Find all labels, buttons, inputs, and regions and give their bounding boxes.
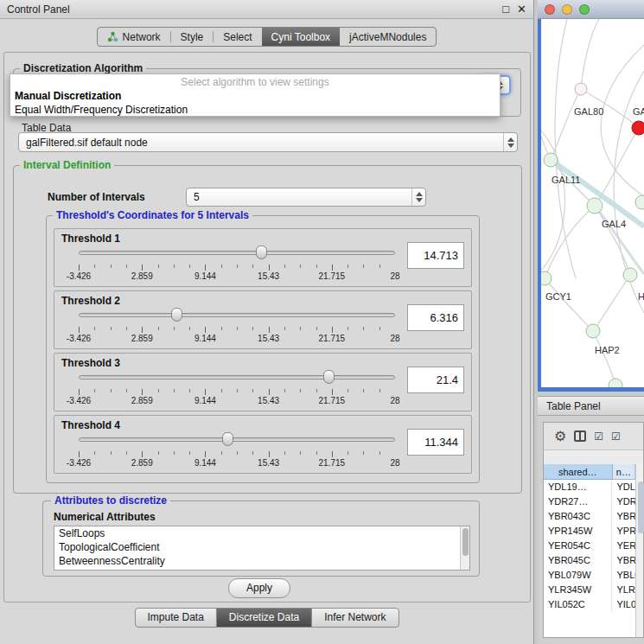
- threshold-2-value-field[interactable]: 6.316: [407, 304, 464, 331]
- close-window-icon[interactable]: ✕: [517, 3, 526, 16]
- combo-stepper-icon[interactable]: [503, 133, 517, 151]
- number-of-intervals-combo[interactable]: 5: [186, 188, 426, 207]
- table-cell[interactable]: YPR1…: [612, 524, 635, 539]
- checkbox-icon[interactable]: ☑: [611, 431, 621, 442]
- list-item[interactable]: SelfLoops: [54, 526, 469, 540]
- threshold-4-slider[interactable]: [79, 430, 395, 449]
- tab-jactivemnodules[interactable]: jActiveMNodules: [340, 28, 436, 46]
- table-cell[interactable]: YBR045C: [544, 553, 612, 568]
- slider-thumb[interactable]: [256, 245, 267, 259]
- table-scrollbar-top[interactable]: [635, 464, 643, 480]
- thresholds-group-title: Threshold's Coordinates for 5 Intervals: [53, 209, 252, 221]
- threshold-3-panel: Threshold 3 -3.4262.8599.14415.4321.7152…: [54, 353, 472, 411]
- float-window-icon[interactable]: □: [502, 3, 509, 16]
- network-node[interactable]: [575, 83, 587, 95]
- scale-label: 9.144: [194, 334, 216, 343]
- numerical-attributes-list[interactable]: SelfLoopsTopologicalCoefficientBetweenne…: [54, 526, 470, 571]
- column-header-shared[interactable]: shared…: [544, 464, 613, 480]
- list-scrollbar[interactable]: [460, 526, 469, 570]
- network-canvas[interactable]: GAL80GAGAL11GAL4GCY1HHAP2: [541, 19, 644, 387]
- scale-label: 9.144: [194, 458, 216, 468]
- table-cell[interactable]: YIL0…: [612, 597, 635, 612]
- table-cell[interactable]: YDR2…: [612, 494, 635, 509]
- table-cell[interactable]: YBR0…: [612, 509, 635, 524]
- slider-thumb[interactable]: [323, 370, 335, 384]
- scrollbar-thumb[interactable]: [462, 528, 469, 556]
- network-node[interactable]: [544, 153, 558, 167]
- table-row[interactable]: YLR345WYLR3…: [544, 583, 635, 597]
- slider-track[interactable]: [79, 313, 395, 317]
- columns-icon[interactable]: [574, 430, 586, 442]
- minimize-traffic-light-icon[interactable]: [562, 4, 572, 15]
- network-node[interactable]: [632, 121, 644, 135]
- table-cell[interactable]: YBR0…: [612, 553, 635, 568]
- table-cell[interactable]: YDL1…: [612, 480, 635, 494]
- table-panel-header[interactable]: Table Panel: [538, 396, 644, 416]
- thresholds-group: Threshold 1 -3.4262.8599.14415.4321.7152…: [46, 215, 480, 483]
- network-node[interactable]: [635, 195, 644, 209]
- column-header-n[interactable]: n…: [613, 464, 636, 480]
- table-row[interactable]: YIL052CYIL0…: [544, 597, 635, 612]
- network-node[interactable]: [609, 379, 622, 387]
- threshold-2-slider[interactable]: [79, 305, 395, 324]
- table-scrollbar[interactable]: [635, 480, 643, 637]
- table-cell[interactable]: YBL079W: [544, 568, 612, 583]
- table-cell[interactable]: YDR27…: [544, 494, 612, 509]
- dropdown-option-manual-discretization[interactable]: Manual Discretization: [10, 89, 500, 103]
- tab-select[interactable]: Select: [214, 28, 261, 46]
- table-cell[interactable]: YLR3…: [612, 583, 635, 597]
- network-node[interactable]: [587, 198, 603, 214]
- table-row[interactable]: YBR043CYBR0…: [544, 509, 635, 524]
- scrollbar-thumb[interactable]: [638, 481, 644, 533]
- tab-discretize-data[interactable]: Discretize Data: [216, 608, 312, 628]
- table-row[interactable]: YBR045CYBR0…: [544, 553, 635, 568]
- table-cell[interactable]: YDL19…: [544, 480, 612, 494]
- threshold-4-value-field[interactable]: 11.344: [407, 429, 464, 456]
- table-data-combo[interactable]: galFiltered.sif default node: [18, 132, 518, 152]
- slider-thumb[interactable]: [171, 308, 182, 322]
- table-cell[interactable]: YBL0…: [612, 568, 635, 583]
- threshold-3-slider[interactable]: [79, 367, 395, 386]
- gear-icon[interactable]: ⚙: [554, 430, 566, 443]
- scale-label: 21.715: [319, 458, 346, 468]
- slider-track[interactable]: [79, 375, 395, 379]
- threshold-1-value-field[interactable]: 14.713: [407, 242, 464, 269]
- tab-style[interactable]: Style: [171, 28, 214, 46]
- list-item[interactable]: BetweennessCentrality: [54, 554, 469, 568]
- table-cell[interactable]: YLR345W: [544, 583, 612, 597]
- slider-track[interactable]: [79, 437, 395, 442]
- table-row[interactable]: YER054CYER0…: [544, 539, 635, 553]
- network-node[interactable]: [541, 271, 552, 285]
- scale-label: 2.859: [131, 334, 153, 343]
- tab-impute-data[interactable]: Impute Data: [134, 608, 216, 628]
- apply-button[interactable]: Apply: [228, 578, 290, 598]
- close-traffic-light-icon[interactable]: [545, 4, 555, 15]
- attribute-browser-window: ⚙ ☑ ☑ shared… n… YDL19…YDL1…YDR27…YDR2…Y…: [543, 422, 644, 638]
- list-item[interactable]: TopologicalCoefficient: [54, 540, 469, 554]
- table-cell[interactable]: YER0…: [612, 539, 635, 553]
- network-node[interactable]: [623, 268, 637, 282]
- tab-network[interactable]: Network: [98, 28, 170, 46]
- table-row[interactable]: YDR27…YDR2…: [544, 494, 635, 509]
- table-row[interactable]: YPR145WYPR1…: [544, 524, 635, 539]
- table-cell[interactable]: YPR145W: [544, 524, 612, 539]
- table-cell[interactable]: YBR043C: [544, 509, 612, 524]
- network-node[interactable]: [586, 324, 600, 338]
- table-row[interactable]: YDL19…YDL1…: [544, 480, 635, 494]
- threshold-1-slider[interactable]: [79, 243, 395, 262]
- tab-cyni-toolbox[interactable]: Cyni Toolbox: [262, 28, 340, 46]
- combo-stepper-icon[interactable]: [411, 188, 425, 206]
- attributes-group-title: Attributes to discretize: [51, 494, 170, 507]
- tab-infer-network[interactable]: Infer Network: [311, 608, 399, 628]
- dropdown-option-equal-width-frequency[interactable]: Equal Width/Frequency Discretization: [10, 103, 500, 117]
- table-cell[interactable]: YIL052C: [544, 597, 612, 612]
- scale-label: 28: [390, 396, 399, 405]
- threshold-3-value-field[interactable]: 21.4: [407, 367, 464, 393]
- slider-thumb[interactable]: [222, 432, 233, 446]
- checkbox-icon[interactable]: ☑: [594, 431, 603, 442]
- slider-track[interactable]: [79, 251, 395, 255]
- table-header-row: shared… n…: [544, 464, 643, 480]
- table-cell[interactable]: YER054C: [544, 539, 612, 553]
- table-row[interactable]: YBL079WYBL0…: [544, 568, 635, 583]
- zoom-traffic-light-icon[interactable]: [579, 4, 590, 15]
